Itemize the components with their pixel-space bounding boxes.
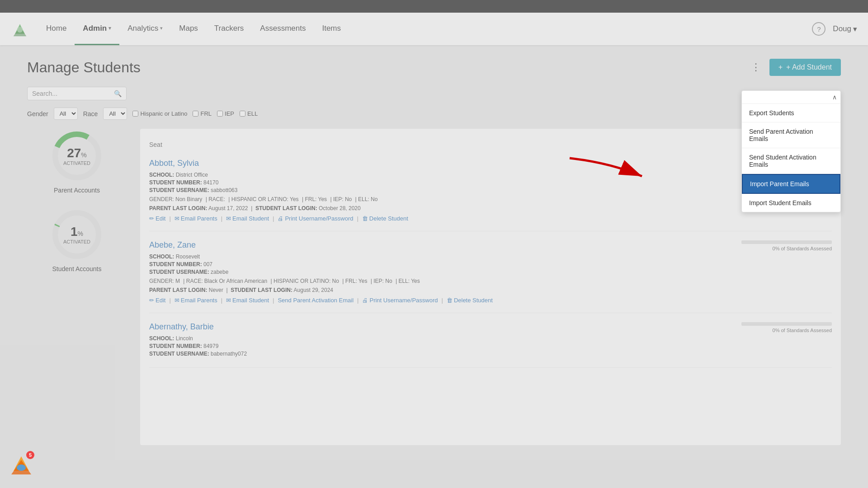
- student-actions: ✏ Edit | ✉ Email Parents | ✉ Email Stude…: [149, 215, 741, 222]
- student-school: SCHOOL: Lincoln: [149, 335, 741, 342]
- standards-bar: [741, 240, 832, 244]
- add-student-button[interactable]: + + Add Student: [769, 59, 841, 76]
- import-student-emails-item[interactable]: Import Student Emails: [742, 194, 840, 212]
- import-parent-emails-item[interactable]: Import Parent Emails: [742, 174, 840, 194]
- standards-label: 0% of Standards Assessed: [741, 246, 832, 251]
- iep-filter[interactable]: IEP: [217, 110, 234, 117]
- student-username: STUDENT USERNAME: zabebe: [149, 269, 741, 275]
- student-accounts-title: Student Accounts: [52, 265, 102, 272]
- student-name[interactable]: Abbott, Sylvia: [149, 159, 741, 168]
- top-bar: [0, 0, 868, 13]
- frl-filter[interactable]: FRL: [193, 110, 212, 117]
- help-button[interactable]: ?: [812, 22, 826, 36]
- analytics-chevron-icon: ▾: [160, 25, 163, 31]
- hispanic-filter[interactable]: Hispanic or Latino: [132, 110, 187, 117]
- delete-action[interactable]: 🗑 Delete Student: [447, 297, 493, 304]
- page-title: Manage Students: [27, 59, 141, 76]
- student-attributes: GENDER: M | RACE: Black Or African Ameri…: [149, 278, 741, 284]
- email-parents-action[interactable]: ✉ Email Parents: [175, 215, 217, 222]
- nav-right: ? Doug ▾: [812, 22, 857, 36]
- more-options-button[interactable]: ⋮: [748, 59, 764, 75]
- student-record: Abebe, Zane SCHOOL: Roosevelt STUDENT NU…: [149, 240, 832, 313]
- student-username: STUDENT USERNAME: sabbott063: [149, 187, 741, 193]
- search-bar: 🔍: [27, 87, 841, 100]
- student-percent-label: 1% ACTIVATED: [63, 225, 90, 244]
- stats-panel: 27% ACTIVATED Parent Accounts 1% ACTIVAT…: [27, 129, 127, 445]
- nav-analytics[interactable]: Analytics ▾: [119, 13, 171, 45]
- student-name[interactable]: Abebe, Zane: [149, 240, 741, 250]
- dropdown-close-icon[interactable]: ∧: [832, 94, 837, 101]
- send-student-activation-item[interactable]: Send Student Activation Emails: [742, 148, 840, 174]
- student-school: SCHOOL: Roosevelt: [149, 253, 741, 260]
- main-content: Manage Students ⋮ + + Add Student ∧ Expo…: [0, 45, 868, 459]
- badge-count: 5: [26, 451, 34, 459]
- race-label: Race: [83, 110, 98, 117]
- student-name[interactable]: Abernathy, Barbie: [149, 322, 741, 332]
- student-number: STUDENT NUMBER: 84979: [149, 343, 741, 349]
- student-number: STUDENT NUMBER: 84170: [149, 179, 741, 186]
- header-actions: ⋮ + + Add Student: [748, 59, 841, 76]
- send-parent-activation-action[interactable]: Send Parent Activation Email: [278, 297, 354, 304]
- student-school: SCHOOL: District Office: [149, 172, 741, 178]
- edit-action[interactable]: ✏ Edit: [149, 215, 165, 222]
- student-logins: PARENT LAST LOGIN: Never | STUDENT LAST …: [149, 287, 741, 293]
- parent-accounts-card: 27% ACTIVATED Parent Accounts: [27, 129, 127, 194]
- nav-assessments[interactable]: Assessments: [252, 13, 314, 45]
- send-parent-activation-item[interactable]: Send Parent Activation Emails: [742, 122, 840, 148]
- nav-maps[interactable]: Maps: [171, 13, 206, 45]
- parent-donut: 27% ACTIVATED: [50, 129, 104, 183]
- dropdown-menu: ∧ Export Students Send Parent Activation…: [741, 90, 841, 212]
- search-input[interactable]: [27, 87, 127, 100]
- seat-label: Seat: [149, 141, 162, 148]
- email-student-action[interactable]: ✉ Email Student: [226, 297, 269, 304]
- parent-percent-label: 27% ACTIVATED: [63, 146, 90, 166]
- race-select[interactable]: All: [103, 108, 127, 120]
- print-action[interactable]: 🖨 Print Username/Password: [362, 297, 438, 304]
- svg-point-2: [17, 27, 23, 33]
- user-menu[interactable]: Doug ▾: [833, 24, 857, 34]
- student-record: Abernathy, Barbie SCHOOL: Lincoln STUDEN…: [149, 322, 832, 368]
- filters: Gender All Race All Hispanic or Latino F…: [27, 108, 841, 120]
- page-header: Manage Students ⋮ + + Add Student: [27, 59, 841, 76]
- export-students-item[interactable]: Export Students: [742, 104, 840, 122]
- gender-label: Gender: [27, 110, 48, 117]
- ell-filter[interactable]: ELL: [240, 110, 258, 117]
- search-button[interactable]: 🔍: [114, 90, 122, 97]
- svg-point-10: [17, 465, 26, 471]
- nav-items: Home Admin ▾ Analytics ▾ Maps Trackers A…: [38, 13, 812, 45]
- logo[interactable]: [11, 20, 29, 38]
- nav-admin[interactable]: Admin ▾: [75, 13, 119, 45]
- nav-trackers[interactable]: Trackers: [206, 13, 252, 45]
- student-number: STUDENT NUMBER: 007: [149, 261, 741, 267]
- nav-home[interactable]: Home: [38, 13, 75, 45]
- delete-action[interactable]: 🗑 Delete Student: [362, 215, 408, 222]
- admin-chevron-icon: ▾: [108, 25, 111, 31]
- student-logins: PARENT LAST LOGIN: August 17, 2022 | STU…: [149, 205, 741, 211]
- student-attributes: GENDER: Non Binary | RACE: | HISPANIC OR…: [149, 196, 741, 202]
- standards-bar: [741, 322, 832, 326]
- student-accounts-card: 1% ACTIVATED Student Accounts: [27, 207, 127, 272]
- dropdown-header: ∧: [742, 91, 840, 104]
- bottom-badge[interactable]: 5: [9, 452, 36, 479]
- email-parents-action[interactable]: ✉ Email Parents: [175, 297, 217, 304]
- email-student-action[interactable]: ✉ Email Student: [226, 215, 269, 222]
- nav-items[interactable]: Items: [314, 13, 349, 45]
- standards-label: 0% of Standards Assessed: [741, 328, 832, 333]
- plus-icon: +: [778, 63, 783, 71]
- student-record: Abbott, Sylvia SCHOOL: District Office S…: [149, 159, 832, 231]
- parent-accounts-title: Parent Accounts: [54, 187, 100, 194]
- content-layout: 27% ACTIVATED Parent Accounts 1% ACTIVAT…: [27, 129, 841, 445]
- student-donut: 1% ACTIVATED: [50, 207, 104, 262]
- students-panel: Seat ‹ › Abbott, Sylvia SCHOOL: District…: [140, 129, 841, 445]
- navigation: Home Admin ▾ Analytics ▾ Maps Trackers A…: [0, 13, 868, 45]
- user-chevron-icon: ▾: [853, 24, 857, 34]
- student-username: STUDENT USERNAME: babernathy072: [149, 351, 741, 357]
- print-action[interactable]: 🖨 Print Username/Password: [278, 215, 353, 222]
- student-actions: ✏ Edit | ✉ Email Parents | ✉ Email Stude…: [149, 297, 741, 304]
- gender-select[interactable]: All: [54, 108, 78, 120]
- edit-action[interactable]: ✏ Edit: [149, 297, 165, 304]
